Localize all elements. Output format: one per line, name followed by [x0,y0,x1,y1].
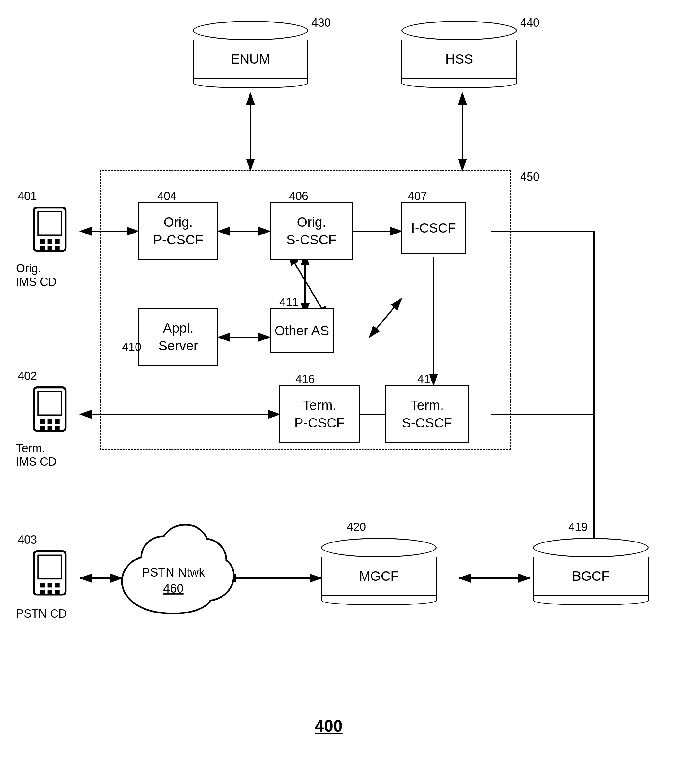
term-scscf-ref: 414 [417,373,437,386]
mgcf-label: MGCF [321,557,437,596]
orig-pcscf-box: Orig.P-CSCF [138,202,218,260]
phone-403-ref: 403 [18,533,37,547]
icscf-ref: 407 [408,189,427,203]
orig-scscf-ref: 406 [289,189,308,203]
pstn-cloud: PSTN Ntwk 460 [112,520,234,630]
bgcf-node: BGCF [533,533,648,610]
svg-rect-23 [38,211,62,235]
phone-401-icon [29,206,70,257]
icscf-box: I-CSCF [402,202,466,254]
svg-rect-24 [40,239,45,244]
svg-rect-29 [55,246,60,251]
hss-ref: 440 [520,16,539,30]
svg-text:PSTN Ntwk: PSTN Ntwk [142,566,205,579]
phone-401-ref: 401 [18,189,37,203]
phone-402-icon [29,385,70,437]
svg-rect-41 [47,583,52,588]
svg-rect-36 [47,426,52,431]
other-as-ref: 411 [280,295,298,309]
svg-rect-44 [47,590,52,595]
svg-text:460: 460 [163,582,183,595]
svg-rect-28 [47,246,52,251]
svg-rect-42 [55,583,60,588]
term-pcscf-label: Term.P-CSCF [294,397,345,432]
svg-rect-33 [47,419,52,424]
term-ims-cd-label: Term.IMS CD [16,442,56,469]
svg-rect-27 [40,246,45,251]
svg-rect-45 [55,590,60,595]
term-pcscf-ref: 416 [295,373,315,386]
mgcf-node: MGCF [321,533,437,610]
figure-label: 400 [315,716,343,736]
enum-label: ENUM [193,40,308,79]
hss-node: HSS [402,16,517,93]
term-scscf-box: Term.S-CSCF [385,385,469,443]
svg-rect-32 [40,419,45,424]
svg-rect-35 [40,426,45,431]
svg-rect-31 [38,391,62,415]
svg-rect-34 [55,419,60,424]
diagram: ENUM 430 HSS 440 450 Orig.P-CSCF 404 Ori… [0,0,700,758]
appl-server-ref: 410 [122,341,141,354]
other-as-box: Other AS [270,308,334,353]
enum-ref: 430 [311,16,331,30]
mgcf-ref: 420 [347,520,366,534]
bgcf-ref: 419 [568,520,588,534]
other-as-label: Other AS [275,322,329,340]
term-pcscf-box: Term.P-CSCF [280,385,359,443]
svg-rect-40 [40,583,45,588]
phone-402-ref: 402 [18,369,37,383]
term-scscf-label: Term.S-CSCF [402,397,452,432]
hss-label: HSS [402,40,517,79]
orig-pcscf-label: Orig.P-CSCF [153,214,203,248]
svg-rect-26 [55,239,60,244]
orig-scscf-box: Orig.S-CSCF [270,202,353,260]
orig-ims-cd-label: Orig.IMS CD [16,262,56,289]
appl-server-label: Appl.Server [158,320,198,355]
ims-ref: 450 [520,170,539,184]
svg-rect-37 [55,426,60,431]
pstn-cd-label: PSTN CD [16,607,67,620]
orig-scscf-label: Orig.S-CSCF [286,214,336,248]
enum-node: ENUM [193,16,308,93]
phone-403-icon [29,549,70,601]
bgcf-label: BGCF [533,557,648,596]
orig-pcscf-ref: 404 [157,189,177,203]
icscf-label: I-CSCF [411,219,456,237]
svg-rect-25 [47,239,52,244]
appl-server-box: Appl.Server [138,308,218,366]
svg-rect-43 [40,590,45,595]
svg-rect-39 [38,555,62,579]
